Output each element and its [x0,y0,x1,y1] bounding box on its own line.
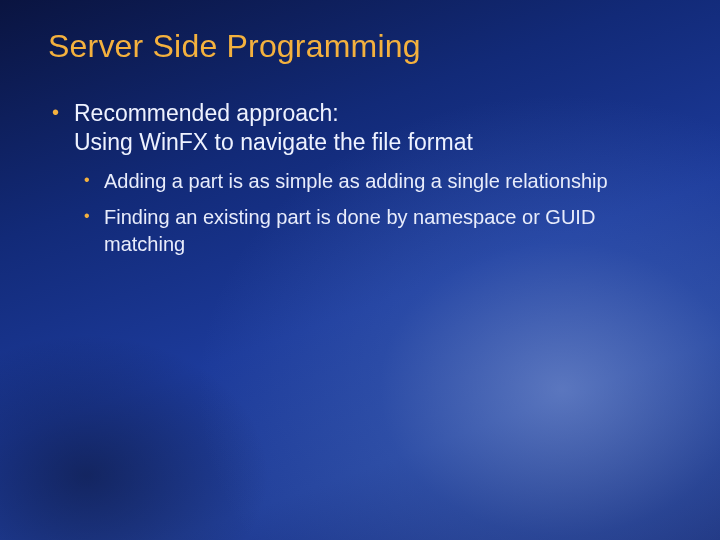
bullet-text-line2: Using WinFX to navigate the file format [74,128,672,157]
sub-bullet-item: Adding a part is as simple as adding a s… [102,168,632,194]
bullet-item: Recommended approach: Using WinFX to nav… [70,99,672,257]
bullet-list-level1: Recommended approach: Using WinFX to nav… [48,99,672,257]
slide-title: Server Side Programming [48,28,672,65]
bullet-text-line1: Recommended approach: [74,99,672,128]
slide: Server Side Programming Recommended appr… [0,0,720,540]
sub-bullet-item: Finding an existing part is done by name… [102,204,632,257]
bullet-list-level2: Adding a part is as simple as adding a s… [74,168,672,257]
